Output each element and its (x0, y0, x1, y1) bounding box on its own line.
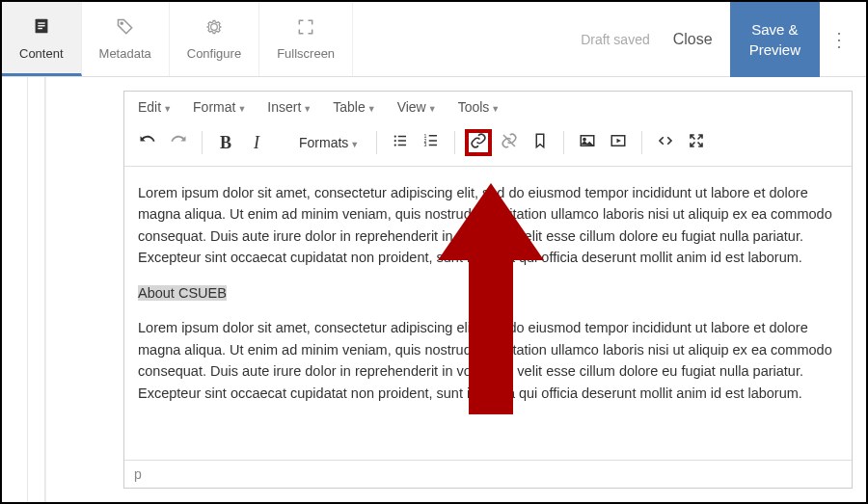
document-icon (31, 15, 52, 41)
bold-icon: B (220, 133, 231, 153)
menu-edit[interactable]: Edit▼ (138, 99, 172, 115)
topbar: Content Metadata Configure Fullscreen Dr… (2, 2, 866, 77)
more-menu-button[interactable]: ⋮ (820, 28, 858, 51)
svg-text:3: 3 (424, 142, 427, 147)
editor-frame: Edit▼ Format▼ Insert▼ Table▼ View▼ Tools… (2, 77, 866, 502)
save-line1: Save & (749, 19, 800, 40)
menu-view[interactable]: View▼ (397, 99, 437, 115)
svg-rect-10 (398, 145, 406, 146)
menu-tools[interactable]: Tools▼ (458, 99, 501, 115)
bullet-list-icon (392, 132, 409, 153)
statusbar: p (124, 460, 852, 488)
insert-link-button[interactable] (465, 129, 492, 156)
tab-fullscreen[interactable]: Fullscreen (259, 2, 353, 76)
menubar: Edit▼ Format▼ Insert▼ Table▼ View▼ Tools… (124, 92, 852, 123)
redo-icon (170, 132, 187, 153)
image-button[interactable] (574, 129, 601, 156)
tab-content[interactable]: Content (2, 2, 82, 76)
media-button[interactable] (605, 129, 632, 156)
tab-label: Configure (187, 46, 241, 61)
svg-point-18 (583, 138, 585, 140)
svg-rect-1 (38, 22, 44, 23)
element-path[interactable]: p (134, 466, 142, 482)
bookmark-icon (531, 132, 549, 153)
menu-insert[interactable]: Insert▼ (267, 99, 312, 115)
save-preview-button[interactable]: Save & Preview (730, 2, 820, 77)
code-icon (657, 132, 674, 153)
svg-rect-2 (38, 25, 44, 26)
ruler-left (2, 77, 46, 502)
svg-rect-16 (429, 145, 437, 146)
redo-button[interactable] (165, 129, 192, 156)
italic-button[interactable]: I (243, 129, 270, 156)
tab-label: Metadata (99, 46, 151, 61)
svg-point-4 (121, 22, 122, 24)
svg-rect-8 (398, 140, 406, 142)
tag-icon (116, 17, 135, 41)
toolbar: B I Formats▼ 123 (124, 123, 852, 167)
draft-saved-status: Draft saved (581, 32, 650, 47)
svg-point-9 (394, 144, 396, 146)
tab-metadata[interactable]: Metadata (82, 2, 170, 76)
unlink-icon (501, 132, 518, 153)
menu-format[interactable]: Format▼ (193, 99, 246, 115)
close-button[interactable]: Close (673, 31, 713, 48)
undo-icon (139, 132, 156, 153)
undo-button[interactable] (134, 129, 161, 156)
image-icon (579, 132, 596, 153)
save-line2: Preview (749, 40, 800, 60)
svg-rect-3 (38, 27, 42, 28)
italic-icon: I (254, 133, 259, 153)
numbered-list-icon: 123 (422, 132, 440, 153)
topbar-right: Draft saved Close Save & Preview ⋮ (581, 2, 866, 76)
fullscreen-icon (296, 17, 315, 41)
fullscreen-editor-button[interactable] (683, 129, 710, 156)
anchor-button[interactable] (527, 129, 554, 156)
source-code-button[interactable] (652, 129, 679, 156)
unlink-button[interactable] (496, 129, 523, 156)
kebab-icon: ⋮ (829, 28, 849, 51)
expand-icon (688, 132, 705, 153)
media-icon (610, 132, 627, 153)
svg-rect-14 (429, 140, 437, 142)
tab-label: Fullscreen (277, 46, 335, 61)
editor-container: Edit▼ Format▼ Insert▼ Table▼ View▼ Tools… (123, 91, 853, 489)
link-icon (470, 132, 487, 153)
bold-button[interactable]: B (212, 129, 239, 156)
tab-label: Content (19, 46, 64, 61)
svg-point-7 (394, 140, 396, 142)
paragraph-2: Lorem ipsum dolor sit amet, consectetur … (138, 317, 838, 404)
menu-table[interactable]: Table▼ (333, 99, 375, 115)
numbered-list-button[interactable]: 123 (418, 129, 445, 156)
svg-point-5 (394, 135, 396, 137)
tab-configure[interactable]: Configure (170, 2, 259, 76)
selected-link-text[interactable]: About CSUEB (138, 285, 227, 301)
paragraph-1: Lorem ipsum dolor sit amet, consectetur … (138, 182, 838, 269)
svg-rect-12 (429, 135, 437, 137)
bullet-list-button[interactable] (387, 129, 414, 156)
formats-dropdown[interactable]: Formats▼ (291, 131, 366, 154)
gear-icon (204, 17, 224, 41)
content-area[interactable]: Lorem ipsum dolor sit amet, consectetur … (124, 167, 852, 456)
svg-rect-6 (398, 136, 406, 138)
